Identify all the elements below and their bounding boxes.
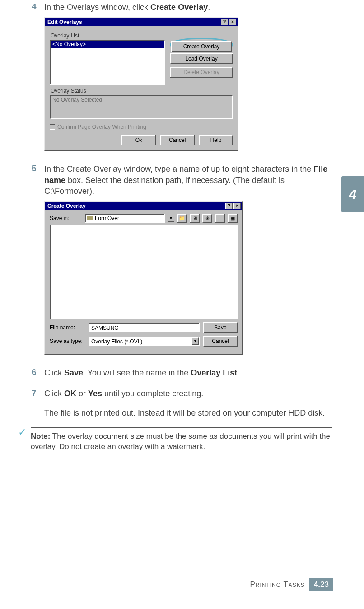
close-icon[interactable]: × — [233, 203, 241, 209]
cancel-button[interactable]: Cancel — [203, 336, 238, 347]
chevron-down-icon[interactable]: ▼ — [168, 215, 174, 222]
page-footer: Printing Tasks 4.23 — [250, 578, 333, 591]
list-view-icon[interactable]: ≣ — [215, 214, 225, 223]
overlay-status-box: No Overlay Selected — [50, 95, 233, 119]
save-button[interactable]: Save — [203, 322, 238, 333]
load-overlay-button[interactable]: Load Overlay — [170, 53, 233, 64]
save-as-type-label: Save as type: — [50, 338, 85, 344]
create-overlay-dialog: Create Overlay ? × Save in: FormOver ▼ 📁… — [44, 201, 243, 355]
help-icon[interactable]: ? — [221, 19, 228, 25]
title-bar: Create Overlay ? × — [45, 202, 242, 210]
step-4: 4 In the Overlays window, click Create O… — [32, 2, 332, 13]
step-number: 6 — [32, 367, 44, 378]
step-7: 7 Click OK or Yes until you complete cre… — [32, 388, 332, 418]
ok-button[interactable]: Ok — [121, 135, 156, 145]
confirm-checkbox-row: Confirm Page Overlay When Printing — [50, 124, 233, 130]
save-in-dropdown[interactable]: FormOver — [85, 214, 165, 223]
up-folder-icon[interactable]: 📁 — [177, 214, 187, 223]
edit-overlays-dialog: Edit Overlays ? × Overlay List <No Overl… — [44, 17, 238, 151]
note-icon: ✓ — [18, 427, 31, 456]
new-folder-icon[interactable]: ✳ — [202, 214, 212, 223]
step-5: 5 In the Create Overlay window, type a n… — [32, 164, 332, 197]
list-item[interactable]: <No Overlay> — [51, 41, 164, 48]
details-view-icon[interactable]: ▦ — [228, 214, 238, 223]
help-button[interactable]: Help — [199, 135, 233, 145]
step-text: In the Overlays window, click Create Ove… — [44, 2, 210, 13]
overlay-status-label: Overlay Status — [51, 88, 233, 94]
highlight-circle: Create Overlay — [170, 38, 233, 52]
step-number: 4 — [32, 2, 44, 13]
chapter-tab: 4 — [341, 176, 364, 212]
overlay-list[interactable]: <No Overlay> — [50, 40, 165, 85]
close-icon[interactable]: × — [229, 19, 236, 25]
chevron-down-icon[interactable]: ▼ — [192, 337, 199, 345]
step-text: In the Create Overlay window, type a nam… — [44, 164, 332, 197]
step-number: 7 — [32, 388, 44, 418]
folder-icon — [87, 216, 93, 220]
save-as-type-dropdown[interactable]: Overlay Files (*.OVL) ▼ — [89, 337, 200, 346]
title-bar: Edit Overlays ? × — [45, 18, 238, 26]
help-icon[interactable]: ? — [225, 203, 233, 209]
note-body: Note: The overlay document size must be … — [31, 427, 332, 456]
cancel-button[interactable]: Cancel — [160, 135, 195, 145]
desktop-icon[interactable]: 🖥 — [190, 214, 200, 223]
step-text: Click OK or Yes until you complete creat… — [44, 388, 325, 418]
dialog-title: Edit Overlays — [47, 19, 220, 25]
step-6: 6 Click Save. You will see the name in t… — [32, 367, 332, 378]
page-number: 4.23 — [309, 578, 333, 591]
file-list-view[interactable] — [50, 225, 238, 319]
create-overlay-button[interactable]: Create Overlay — [171, 41, 232, 52]
confirm-checkbox — [50, 124, 55, 130]
step-number: 5 — [32, 164, 44, 197]
file-name-input[interactable]: SAMSUNG — [89, 323, 200, 332]
file-name-label: File name: — [50, 324, 85, 331]
footer-section: Printing Tasks — [250, 580, 305, 589]
dialog-title: Create Overlay — [47, 203, 224, 209]
save-in-label: Save in: — [50, 215, 82, 221]
delete-overlay-button: Delete Overlay — [170, 67, 233, 78]
note-block: ✓ Note: The overlay document size must b… — [18, 427, 332, 456]
step-text: Click Save. You will see the name in the… — [44, 367, 239, 378]
